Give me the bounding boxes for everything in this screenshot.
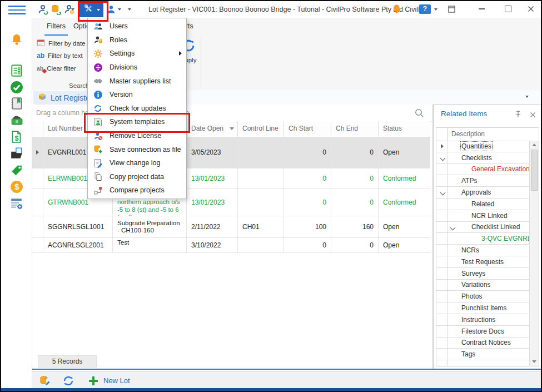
- tree-item-surveys[interactable]: Surveys: [436, 268, 530, 280]
- search-icon[interactable]: [414, 108, 424, 120]
- vertical-scrollbar[interactable]: [529, 141, 539, 366]
- filter-by-text-button[interactable]: ab Filter by text: [37, 52, 83, 59]
- db-refresh-icon[interactable]: [50, 3, 62, 16]
- tree-item-variations[interactable]: Variations: [436, 280, 530, 291]
- header-row-marker: [32, 121, 43, 137]
- alerts-bell-icon[interactable]: [9, 33, 24, 47]
- header-status[interactable]: Status: [379, 121, 430, 137]
- sort-desc-icon: [230, 127, 234, 130]
- new-lot-button[interactable]: New Lot: [103, 376, 130, 385]
- menu-item-roles[interactable]: Roles: [88, 33, 186, 47]
- help-caret-icon[interactable]: [434, 8, 437, 11]
- filter-by-date-button[interactable]: Filter by date: [37, 38, 85, 48]
- open-folder-icon[interactable]: [9, 146, 24, 161]
- tab-filters[interactable]: Filters: [44, 22, 68, 36]
- user-gear-caret-icon[interactable]: [71, 8, 74, 11]
- table-row[interactable]: ACGNRLSGL2001 Test 3/10/2022 0 0 Open: [32, 238, 430, 253]
- panel-divider[interactable]: [432, 105, 432, 369]
- document-dollar-icon[interactable]: $: [9, 130, 24, 144]
- dollar-circle-icon[interactable]: $: [9, 180, 24, 194]
- row-marker-icon: [32, 137, 43, 168]
- header-date-open[interactable]: Date Open: [187, 121, 238, 137]
- header-control-line[interactable]: Control Line: [238, 121, 284, 137]
- admin-tools-icon: [83, 3, 94, 16]
- related-tree-rows: Quantities Checklists General Excavation…: [436, 141, 530, 366]
- tree-item-test-requests[interactable]: Test Requests: [436, 256, 530, 268]
- tree-item-general-excavation[interactable]: General Excavation:...: [436, 164, 530, 176]
- menu-item-settings[interactable]: Settings: [88, 47, 186, 61]
- scroll-down-icon[interactable]: [530, 358, 538, 366]
- settings-gear-icon: [93, 48, 103, 58]
- qat-overflow-caret-icon[interactable]: [128, 8, 131, 11]
- checklist-icon[interactable]: [9, 63, 24, 78]
- tree-item-ncrs[interactable]: NCRs: [436, 245, 530, 256]
- maximize-button[interactable]: [501, 3, 515, 15]
- clear-filter-icon: ab: [37, 65, 43, 72]
- admin-tools-button[interactable]: [79, 2, 103, 17]
- refresh-icon[interactable]: [61, 375, 76, 387]
- minimize-button[interactable]: [474, 3, 489, 15]
- menu-item-view-change-log[interactable]: View change log: [88, 156, 186, 170]
- menu-item-master-suppliers-list[interactable]: Master suppliers list: [88, 74, 186, 88]
- notification-bell-icon[interactable]: [391, 4, 402, 17]
- help-icon[interactable]: ?: [419, 4, 431, 14]
- tree-item-contract-notices[interactable]: Contract Notices: [436, 338, 530, 349]
- tree-item-related[interactable]: Related: [436, 199, 530, 210]
- related-header-description[interactable]: Description: [451, 130, 485, 138]
- tree-item-tags[interactable]: Tags: [436, 349, 530, 360]
- menu-item-save-connection-as-file[interactable]: Save connection as file: [88, 142, 186, 156]
- user-icon[interactable]: [106, 3, 117, 16]
- tag-icon[interactable]: [9, 163, 24, 177]
- check-circle-icon[interactable]: [9, 80, 24, 95]
- tree-item-checklist-linked[interactable]: Checklist Linked: [436, 222, 530, 234]
- lot-register-book-icon[interactable]: [9, 96, 24, 111]
- header-ch-end[interactable]: Ch End: [331, 121, 379, 137]
- menu-item-users[interactable]: Users: [88, 19, 186, 33]
- user-caret-icon[interactable]: [118, 8, 121, 11]
- menu-item-remove-license[interactable]: Remove License: [88, 129, 186, 143]
- tree-item-quantities[interactable]: Quantities: [436, 141, 530, 152]
- users-icon: [93, 21, 103, 31]
- hand-money-icon[interactable]: [9, 113, 24, 127]
- submenu-arrow-icon: [179, 51, 182, 56]
- related-header-row: Description: [436, 128, 539, 141]
- tree-item-punchlist-items[interactable]: Punchlist Items: [436, 302, 530, 314]
- tree-item-ncr-linked[interactable]: NCR Linked: [436, 210, 530, 222]
- table-settings-icon[interactable]: [9, 196, 24, 211]
- table-row[interactable]: SGGNRLSGL1001 Subgrade Preparation - CH1…: [32, 216, 430, 238]
- hamburger-menu-icon[interactable]: [8, 6, 26, 14]
- tree-item-atps[interactable]: ATPs: [436, 175, 530, 187]
- close-icon[interactable]: [530, 110, 536, 120]
- window-title: Lot Register - VIC001: Boonoo Boonoo Bri…: [148, 6, 429, 13]
- window-layout-icon[interactable]: [444, 3, 459, 15]
- chevron-down-icon[interactable]: [450, 225, 456, 230]
- menu-item-system-templates[interactable]: System templates: [88, 115, 186, 129]
- tree-item-approvals[interactable]: Approvals: [436, 187, 530, 199]
- civilpro-window: Lot Register - VIC001: Boonoo Boonoo Bri…: [0, 0, 542, 392]
- tree-item-photos[interactable]: Photos: [436, 291, 530, 302]
- menu-item-version[interactable]: Version: [88, 88, 186, 102]
- menu-item-check-for-updates[interactable]: Check for updates: [88, 102, 186, 116]
- user-refresh-icon[interactable]: [37, 3, 49, 16]
- ab-text-icon: ab: [37, 52, 44, 59]
- tree-item-instructions[interactable]: Instructions: [436, 314, 530, 326]
- pin-icon[interactable]: [515, 110, 521, 120]
- close-button[interactable]: [524, 3, 538, 15]
- add-icon[interactable]: [87, 375, 100, 386]
- change-log-icon: [93, 158, 103, 168]
- tree-item-checklists[interactable]: Checklists: [436, 152, 530, 164]
- db-edit-icon[interactable]: [38, 375, 52, 387]
- header-ch-start[interactable]: Ch Start: [284, 121, 331, 137]
- menu-item-compare-projects[interactable]: Compare projects: [88, 183, 186, 197]
- menu-item-divisions[interactable]: Divisions: [88, 61, 186, 75]
- tab-list-caret-icon[interactable]: [525, 96, 529, 98]
- scroll-thumb[interactable]: [531, 150, 538, 191]
- menu-item-copy-project-data[interactable]: Copy project data: [88, 170, 186, 184]
- tree-item-partial[interactable]: [436, 360, 530, 366]
- tree-item-3-qvc[interactable]: 3-QVC EVGNRL0...: [436, 233, 530, 245]
- scroll-up-icon[interactable]: [530, 141, 538, 149]
- ribbon-group-separator: [201, 37, 201, 88]
- status-bar: New Lot: [32, 371, 541, 389]
- clear-filter-button[interactable]: ab Clear filter: [37, 65, 76, 72]
- tree-item-filestore-docs[interactable]: Filestore Docs: [436, 326, 530, 338]
